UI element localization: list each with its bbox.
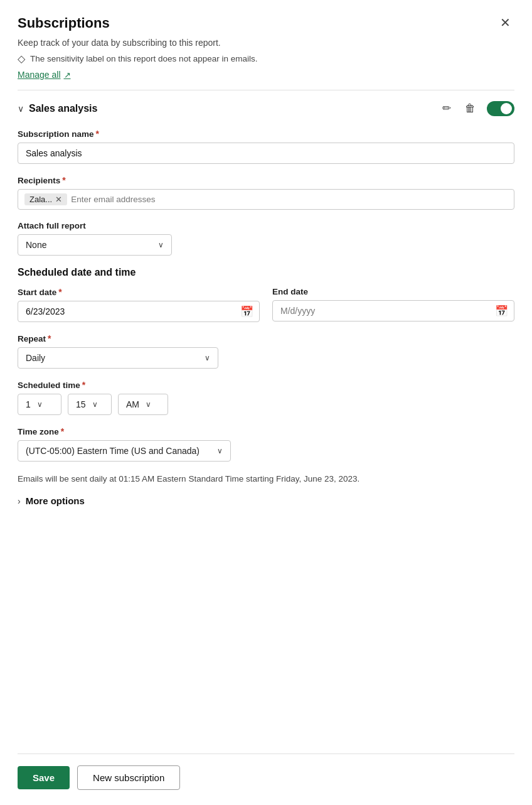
end-date-group: End date 📅: [272, 287, 514, 322]
timezone-select[interactable]: (UTC-05:00) Eastern Time (US and Canada)…: [18, 440, 231, 462]
required-star-recipients: *: [62, 175, 65, 185]
section-header-right: ✏ 🗑: [440, 100, 514, 116]
start-date-calendar-icon[interactable]: 📅: [240, 305, 253, 318]
footer: Save New subscription: [18, 754, 514, 790]
scheduled-time-group: Scheduled time * 1 ∨ 15 ∨ AM ∨: [18, 380, 514, 415]
timezone-required: *: [61, 426, 64, 436]
panel-title: Subscriptions: [18, 15, 110, 31]
repeat-value: Daily: [26, 353, 45, 363]
repeat-label: Repeat *: [18, 333, 514, 343]
start-date-wrap: 📅: [18, 301, 260, 322]
subscription-section: ∨ Sales analysis ✏ 🗑 Subscription name *: [18, 100, 514, 754]
subscription-name-input[interactable]: [18, 143, 514, 164]
attach-report-label: Attach full report: [18, 221, 514, 230]
scheduled-time-label: Scheduled time *: [18, 380, 514, 390]
subscriptions-panel: Subscriptions ✕ Keep track of your data …: [0, 0, 532, 805]
panel-header: Subscriptions ✕: [18, 15, 514, 31]
time-row: 1 ∨ 15 ∨ AM ∨: [18, 394, 514, 415]
recipients-field[interactable]: Zala... ✕: [18, 189, 514, 210]
section-divider: [18, 90, 514, 90]
section-header-left: ∨ Sales analysis: [18, 103, 97, 114]
recipients-group: Recipients * Zala... ✕: [18, 175, 514, 210]
subscription-name-label: Subscription name *: [18, 129, 514, 139]
section-header: ∨ Sales analysis ✏ 🗑: [18, 100, 514, 116]
attach-report-group: Attach full report None ∨: [18, 221, 514, 256]
schedule-summary: Emails will be sent daily at 01:15 AM Ea…: [18, 473, 514, 485]
minute-select[interactable]: 15 ∨: [68, 394, 112, 415]
close-button[interactable]: ✕: [496, 15, 514, 30]
more-options-chevron-icon: ›: [18, 496, 21, 506]
section-collapse-chevron[interactable]: ∨: [18, 104, 24, 114]
start-date-required: *: [58, 287, 61, 297]
delete-button[interactable]: 🗑: [462, 101, 478, 116]
attach-report-value: None: [26, 240, 46, 250]
panel-subtitle: Keep track of your data by subscribing t…: [18, 38, 514, 48]
start-date-input[interactable]: [18, 301, 260, 322]
repeat-select[interactable]: Daily ∨: [18, 347, 218, 369]
hour-value: 1: [26, 399, 31, 409]
end-date-wrap: 📅: [272, 300, 514, 321]
sensitivity-icon: ◇: [18, 53, 25, 65]
end-date-label: End date: [272, 287, 514, 296]
recipients-email-input[interactable]: [71, 195, 508, 204]
end-date-input[interactable]: [272, 300, 514, 321]
manage-all-link[interactable]: Manage all ↗: [18, 70, 514, 80]
edit-button[interactable]: ✏: [440, 100, 454, 116]
recipient-tag-label: Zala...: [29, 195, 52, 204]
section-title: Sales analysis: [29, 103, 97, 114]
sensitivity-row: ◇ The sensitivity label on this report d…: [18, 53, 514, 65]
repeat-chevron-icon: ∨: [205, 354, 210, 362]
new-subscription-button[interactable]: New subscription: [77, 765, 180, 790]
save-button[interactable]: Save: [18, 766, 70, 789]
date-row: Start date * 📅 End date 📅: [18, 287, 514, 322]
recipient-tag: Zala... ✕: [24, 193, 67, 205]
timezone-value: (UTC-05:00) Eastern Time (US and Canada): [26, 446, 200, 456]
scheduled-time-required: *: [82, 380, 85, 390]
repeat-group: Repeat * Daily ∨: [18, 333, 514, 369]
subscription-name-group: Subscription name *: [18, 129, 514, 164]
manage-all-label: Manage all: [18, 70, 61, 80]
timezone-group: Time zone * (UTC-05:00) Eastern Time (US…: [18, 426, 514, 462]
subscription-toggle[interactable]: [487, 101, 514, 116]
required-star: *: [96, 129, 99, 139]
attach-report-select[interactable]: None ∨: [18, 234, 172, 256]
start-date-label: Start date *: [18, 287, 260, 297]
timezone-label: Time zone *: [18, 426, 514, 436]
scheduled-section-title: Scheduled date and time: [18, 267, 514, 278]
start-date-group: Start date * 📅: [18, 287, 260, 322]
minute-value: 15: [76, 399, 86, 409]
ampm-select[interactable]: AM ∨: [118, 394, 168, 415]
more-options-content: [18, 517, 514, 549]
attach-report-chevron-icon: ∨: [158, 240, 164, 249]
repeat-required: *: [48, 333, 51, 343]
ampm-value: AM: [126, 399, 139, 409]
hour-select[interactable]: 1 ∨: [18, 394, 61, 415]
hour-chevron-icon: ∨: [37, 400, 43, 409]
external-link-icon: ↗: [64, 70, 71, 80]
toggle-knob: [501, 103, 512, 114]
more-options-label: More options: [26, 495, 85, 506]
minute-chevron-icon: ∨: [92, 400, 98, 409]
timezone-chevron-icon: ∨: [217, 446, 223, 455]
recipients-label: Recipients *: [18, 175, 514, 185]
sensitivity-text: The sensitivity label on this report doe…: [30, 54, 257, 63]
end-date-calendar-icon[interactable]: 📅: [495, 305, 508, 318]
recipient-tag-remove[interactable]: ✕: [55, 195, 62, 203]
ampm-chevron-icon: ∨: [146, 400, 151, 409]
more-options-row[interactable]: › More options: [18, 495, 514, 506]
